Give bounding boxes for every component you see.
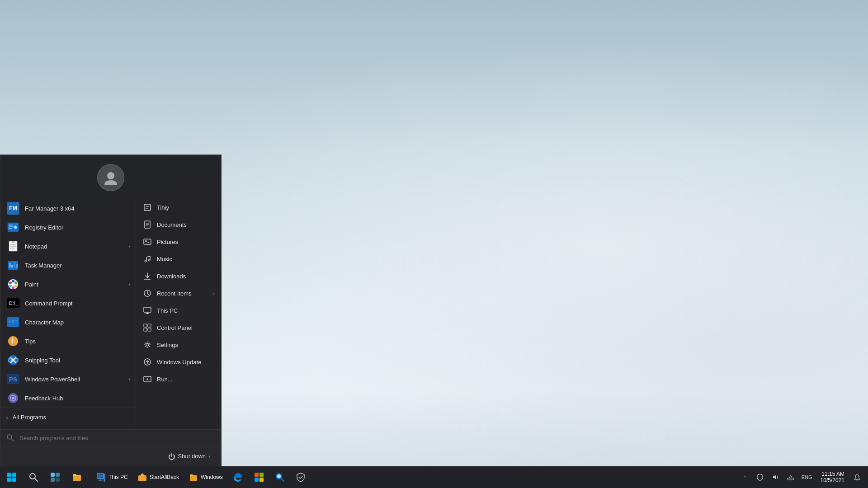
menu-item-notepad[interactable]: Notepad ›: [0, 237, 136, 256]
menu-item-registry-editor[interactable]: Registry Editor: [0, 218, 136, 237]
menu-right-tihiy[interactable]: Tihiy: [136, 199, 221, 216]
folder-icon: [72, 472, 82, 482]
svg-text:字: 字: [14, 320, 18, 323]
search-input[interactable]: [16, 433, 217, 443]
menu-right-settings[interactable]: Settings: [136, 336, 221, 353]
windows-folder-icon: [189, 473, 198, 482]
svg-line-62: [35, 479, 38, 481]
this-pc-taskbar-icon: [97, 473, 106, 482]
shutdown-button[interactable]: Shut down ›: [162, 450, 217, 463]
notepad-arrow: ›: [128, 244, 130, 249]
menu-item-far-manager[interactable]: FM Far Manager 3 x64: [0, 199, 136, 218]
this-pc-label: This PC: [108, 474, 128, 480]
start-button[interactable]: [2, 467, 22, 487]
notification-button[interactable]: [850, 467, 864, 487]
menu-right: Tihiy Documents Pictures: [136, 196, 221, 429]
windows-logo-icon: [7, 473, 16, 482]
startallback-label: StartAllBack: [150, 474, 179, 480]
svg-point-25: [12, 283, 14, 286]
user-avatar-area: [0, 155, 221, 196]
svg-point-37: [12, 397, 14, 399]
svg-rect-15: [11, 265, 13, 267]
svg-text:i: i: [11, 337, 13, 345]
clock-area[interactable]: 11:15 AM 10/5/2021: [817, 467, 848, 487]
menu-right-control-panel[interactable]: Control Panel: [136, 319, 221, 336]
security-icon: [296, 472, 306, 482]
taskbar-this-pc[interactable]: This PC: [92, 467, 132, 487]
snipping-tool-icon: [6, 353, 20, 367]
command-prompt-icon: C:\_: [6, 296, 20, 310]
svg-point-76: [277, 474, 281, 478]
svg-rect-64: [56, 473, 60, 477]
svg-rect-2: [9, 225, 13, 225]
downloads-icon: [142, 271, 152, 281]
far-manager-icon: FM: [6, 201, 20, 216]
taskbar-left: [0, 467, 89, 487]
menu-item-snipping-tool[interactable]: Snipping Tool: [0, 351, 136, 370]
clock-date: 10/5/2021: [821, 477, 844, 483]
paint-arrow: ›: [128, 282, 130, 287]
menu-item-feedback-hub[interactable]: Feedback Hub: [0, 389, 136, 408]
taskbar-security-button[interactable]: [291, 467, 311, 487]
control-panel-icon: [142, 323, 152, 333]
menu-right-music[interactable]: Music: [136, 250, 221, 267]
user-avatar[interactable]: [97, 164, 124, 191]
taskbar-explorer-button[interactable]: [67, 467, 87, 487]
menu-item-command-prompt[interactable]: C:\_ Command Prompt: [0, 294, 136, 313]
desktop: FM Far Manager 3 x64: [0, 0, 868, 488]
start-menu: FM Far Manager 3 x64: [0, 155, 222, 466]
menu-right-windows-update[interactable]: Windows Update: [136, 353, 221, 371]
power-icon: [168, 453, 175, 460]
show-hidden-icons-button[interactable]: ⌃: [737, 467, 752, 487]
widgets-icon: [50, 472, 60, 482]
taskbar-windows-folder[interactable]: Windows: [184, 467, 227, 487]
menu-item-paint[interactable]: Paint ›: [0, 275, 136, 294]
svg-line-77: [281, 479, 284, 482]
search-icon: [5, 432, 16, 443]
svg-rect-71: [255, 473, 259, 477]
svg-point-24: [9, 285, 12, 287]
svg-rect-38: [144, 204, 151, 211]
windows-update-icon: [142, 357, 152, 367]
search-bar: [0, 429, 221, 446]
svg-line-60: [11, 439, 14, 441]
taskbar-startallback[interactable]: StartAllBack: [133, 467, 184, 487]
svg-point-22: [14, 285, 17, 287]
windows-folder-label: Windows: [201, 474, 223, 480]
menu-item-tips[interactable]: i Tips: [0, 332, 136, 351]
edge-icon: [233, 472, 243, 482]
svg-rect-63: [51, 473, 55, 477]
svg-point-56: [146, 343, 149, 346]
taskbar-search-app-button[interactable]: [270, 467, 290, 487]
music-icon: [142, 254, 152, 264]
menu-right-downloads[interactable]: Downloads: [136, 267, 221, 285]
feedback-hub-icon: [6, 391, 20, 405]
menu-right-run[interactable]: Run...: [136, 371, 221, 388]
taskbar-widgets-button[interactable]: [45, 467, 65, 487]
settings-icon: [142, 340, 152, 350]
taskbar-store-button[interactable]: [249, 467, 269, 487]
shutdown-arrow: ›: [208, 453, 210, 460]
taskbar-search-button[interactable]: [24, 467, 43, 487]
startallback-icon: [138, 473, 147, 482]
menu-item-character-map[interactable]: A Ω 字 Character Map: [0, 313, 136, 332]
network-tray-icon[interactable]: [783, 467, 798, 487]
language-tray-icon[interactable]: ENG: [799, 467, 815, 487]
menu-right-this-pc[interactable]: This PC: [136, 302, 221, 319]
menu-right-pictures[interactable]: Pictures: [136, 233, 221, 250]
security-tray-icon[interactable]: [753, 467, 767, 487]
taskbar-edge-button[interactable]: [228, 467, 248, 487]
system-tray: ⌃ ENG: [737, 467, 815, 487]
menu-item-task-manager[interactable]: Task Manager: [0, 256, 136, 275]
notification-icon: [854, 474, 861, 481]
paint-icon: [6, 277, 20, 291]
menu-item-windows-powershell[interactable]: PS Windows PowerShell ›: [0, 370, 136, 389]
all-programs-item[interactable]: › All Programs: [0, 408, 136, 427]
volume-tray-icon[interactable]: [768, 467, 783, 487]
svg-rect-45: [144, 239, 151, 244]
svg-rect-14: [9, 263, 11, 267]
svg-rect-72: [259, 473, 264, 477]
menu-right-documents[interactable]: Documents: [136, 216, 221, 233]
menu-main: FM Far Manager 3 x64: [0, 196, 221, 429]
menu-right-recent-items[interactable]: Recent Items ›: [136, 285, 221, 302]
